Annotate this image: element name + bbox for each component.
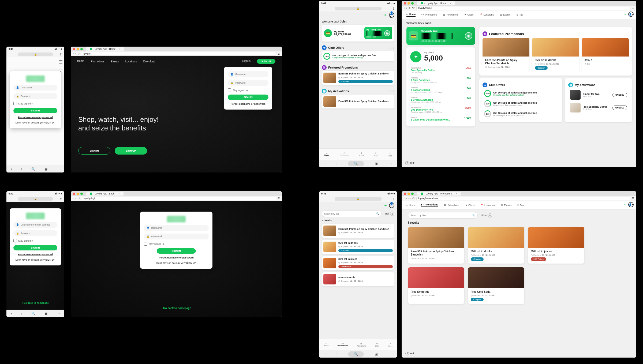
hero-signup-button[interactable]: SIGN UP: [115, 147, 147, 155]
prev-icon[interactable]: ‹: [390, 89, 391, 93]
password-field[interactable]: 🔒: [13, 230, 57, 236]
promo-item[interactable]: Earn 555 Points on Spicy Chicken Sandwic…: [322, 71, 394, 85]
menu-icon[interactable]: ☰: [632, 197, 634, 200]
search-icon[interactable]: 🔍: [348, 161, 364, 166]
cancel-button[interactable]: CANCEL: [612, 93, 627, 97]
share-icon[interactable]: ⇪: [59, 52, 62, 56]
txn-row[interactable]: RedemptionFree Specialty CoffeeLast Satu…: [410, 65, 471, 75]
promo-list-item[interactable]: 85% off in drinks◷Expires: 11 / 21 / 202…: [322, 240, 394, 254]
fwd-icon[interactable]: ›: [21, 312, 22, 316]
search-bar[interactable]: 🔍: [322, 211, 382, 217]
search-icon[interactable]: 🔍: [31, 167, 35, 171]
menu-icon[interactable]: ☰: [59, 59, 63, 65]
promo-list-item[interactable]: 35% off in juices◷Expires: 11 / 21 / 202…: [322, 256, 394, 270]
stay-signed-row[interactable]: Stay signed in: [144, 242, 209, 246]
username-field[interactable]: 👤: [13, 85, 57, 91]
user-menu[interactable]: 👤▾: [389, 12, 394, 18]
nav-fwd-icon[interactable]: ›: [75, 52, 76, 55]
signin-button[interactable]: SIGN IN: [13, 108, 57, 113]
tabs-icon[interactable]: ▣: [375, 352, 378, 356]
nav-home[interactable]: Home: [77, 59, 84, 63]
share-icon[interactable]: ⇪: [392, 197, 395, 201]
nav-fwd-icon[interactable]: ›: [75, 197, 76, 200]
nav-download[interactable]: Download: [143, 60, 155, 63]
dnav-activations[interactable]: ▦Activations: [443, 13, 458, 16]
signup-link[interactable]: SIGN UP: [45, 121, 55, 124]
stay-signed-row[interactable]: Stay signed in: [13, 102, 57, 105]
club-offer-item[interactable]: 0/10Get 10 cups of coffee and get one fr…: [483, 109, 559, 119]
nav-back-icon[interactable]: ‹: [73, 52, 74, 55]
ios-url-bar[interactable]: 🔒 ⇪: [6, 51, 64, 57]
address-input[interactable]: [82, 197, 276, 200]
password-field[interactable]: 🔒: [144, 234, 209, 239]
next-icon[interactable]: ›: [393, 46, 394, 50]
dnav-events[interactable]: ▤Events: [500, 13, 511, 16]
stay-signed-row[interactable]: Stay signed in: [13, 239, 57, 242]
tab-promotions[interactable]: 🏷Promotions: [340, 152, 349, 156]
share-icon[interactable]: ⇪: [392, 7, 395, 10]
back-home-link[interactable]: ‹ Go back to homepage: [71, 307, 282, 310]
promo-tile[interactable]: 35% o◷Ex: [582, 38, 629, 72]
search-icon[interactable]: 🔍: [376, 212, 379, 215]
password-field[interactable]: 🔒: [228, 80, 268, 86]
signin-button[interactable]: SIGN IN: [13, 245, 57, 250]
dnav-locations[interactable]: 📍Locations: [480, 204, 495, 207]
tab-more[interactable]: ＋More: [388, 342, 392, 347]
username-field[interactable]: 👤: [228, 71, 268, 77]
stay-signed-row[interactable]: Stay signed in: [228, 88, 268, 92]
nav-back-icon[interactable]: ‹: [73, 197, 74, 200]
club-offer-item[interactable]: 10/10Get 10 cups of coffee and get one f…: [483, 88, 559, 99]
cancel-button[interactable]: CANCEL: [612, 106, 627, 110]
address-input[interactable]: [416, 197, 630, 200]
promo-list-item[interactable]: Free Smoothie◷Expires: 11 / 21 / 2020: [322, 272, 394, 286]
tabs-icon[interactable]: ▣: [375, 162, 378, 166]
traffic-min-icon[interactable]: [77, 193, 79, 195]
tab-promotions[interactable]: 🏷Promotions: [337, 343, 348, 347]
nav-fwd-icon[interactable]: ›: [406, 7, 407, 9]
traffic-max-icon[interactable]: [80, 193, 83, 195]
browser-tab[interactable]: - Loyalty App | Home×: [417, 1, 455, 5]
help-button[interactable]: ?Help: [405, 161, 415, 165]
promo-tile[interactable]: 85% off in drinks◷Expires: 11 / 21 / 202…: [532, 38, 579, 72]
dnav-home[interactable]: ⌂Home: [406, 204, 415, 207]
traffic-close-icon[interactable]: [73, 48, 75, 50]
tabs-icon[interactable]: ▣: [44, 167, 47, 171]
browser-tab[interactable]: - Loyalty App | Promotions×: [417, 192, 461, 196]
txn-row[interactable]: Awarded1 Club SandwichFriday, March 28 2…: [410, 75, 471, 85]
dnav-clubs[interactable]: ★Clubs: [465, 204, 474, 207]
dnav-clubs[interactable]: ★Clubs: [464, 13, 474, 16]
signin-button[interactable]: SIGN IN: [228, 95, 268, 100]
address-input[interactable]: [82, 52, 276, 56]
search-icon[interactable]: 🔍: [348, 351, 364, 357]
back-icon[interactable]: ‹: [11, 167, 12, 171]
traffic-close-icon[interactable]: [73, 193, 75, 195]
browser-tab[interactable]: - Loyalty App | Home×: [86, 47, 124, 51]
username-input[interactable]: [21, 86, 55, 89]
share-icon[interactable]: ⇪: [59, 197, 62, 201]
nav-signin[interactable]: Sign in: [242, 59, 251, 63]
tab-clubs[interactable]: ▦Clubs: [359, 152, 364, 156]
traffic-max-icon[interactable]: [80, 48, 83, 50]
search-bar[interactable]: 🔍: [408, 212, 478, 219]
ios-url-bar[interactable]: 🔒 ⇪: [6, 196, 64, 202]
dnav-promotions[interactable]: 🏷Promotions: [421, 13, 437, 16]
search-icon[interactable]: 🔍: [31, 312, 35, 316]
search-icon[interactable]: 🔍: [472, 214, 475, 217]
promo-list-item[interactable]: Earn 555 Points on Spicy Chicken Sandwic…: [322, 224, 394, 238]
activation-item[interactable]: Earn 555 Points on Spicy Chicken Sandwic…: [322, 95, 394, 108]
hero-signin-button[interactable]: SIGN IN: [78, 147, 110, 155]
ios-url-bar[interactable]: 🔒 ⇪: [319, 196, 397, 202]
promo-tile[interactable]: Earn 555 Points on Spicy Chicken Sandwic…: [483, 38, 529, 72]
more-icon[interactable]: ⋯: [57, 167, 60, 171]
user-menu[interactable]: 👤▾: [628, 12, 634, 17]
search-input[interactable]: [324, 212, 375, 215]
loyalty-card[interactable]: 💳 My Loyalty Card XXXX XXXX XXXX 2907 ◉: [406, 27, 475, 45]
nav-back-icon[interactable]: ‹: [404, 7, 405, 9]
fwd-icon[interactable]: ›: [336, 162, 337, 166]
dnav-promotions[interactable]: 🏷Promotions: [421, 203, 438, 207]
tab-activations[interactable]: ▦Activations: [357, 343, 366, 347]
filter-button[interactable]: Filter⚙: [384, 212, 394, 216]
txn-row[interactable]: RedemptionOne Dinner for TwoTuesday, Mar…: [410, 105, 471, 115]
dnav-locations[interactable]: 📍Locations: [480, 13, 494, 16]
more-icon[interactable]: ⋯: [388, 162, 392, 166]
